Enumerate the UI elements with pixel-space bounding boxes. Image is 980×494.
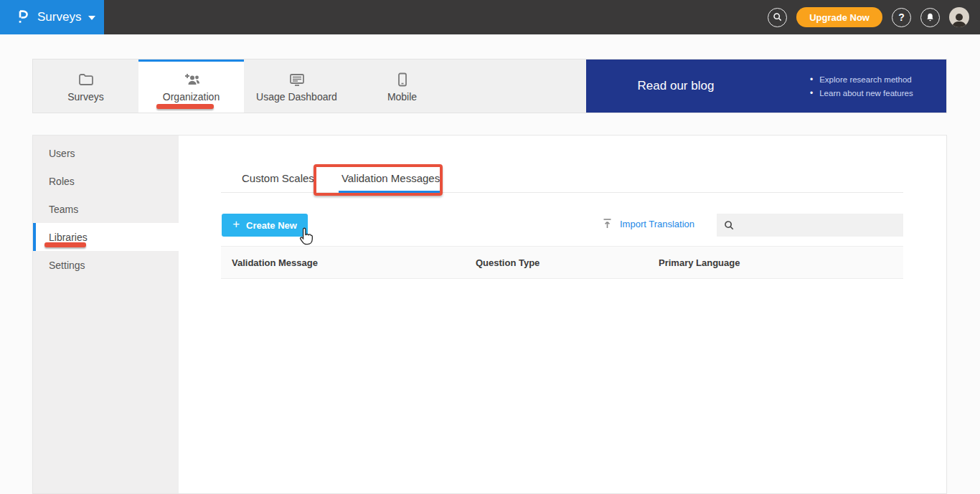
nav-tab-label: Surveys xyxy=(67,91,104,103)
mobile-icon xyxy=(397,72,407,87)
sidebar-item-settings[interactable]: Settings xyxy=(33,251,179,279)
column-header-primary-language[interactable]: Primary Language xyxy=(659,257,903,268)
blog-promo-title[interactable]: Read our blog xyxy=(586,79,765,93)
plus-icon: + xyxy=(232,217,240,232)
sidebar-item-users[interactable]: Users xyxy=(33,139,179,167)
blog-bullet: Explore research method xyxy=(810,75,913,85)
annotation-box-validation-messages xyxy=(314,164,443,196)
dashboard-icon xyxy=(289,72,305,87)
questionpro-logo-icon xyxy=(16,9,30,26)
product-menu-label: Surveys xyxy=(37,10,81,24)
blog-promo-bullets: Explore research method Learn about new … xyxy=(810,71,913,102)
chevron-down-icon xyxy=(88,16,95,20)
blog-promo-panel: Read our blog Explore research method Le… xyxy=(586,60,946,113)
annotation-underline-organization xyxy=(156,104,214,109)
product-switcher[interactable]: Surveys xyxy=(0,0,104,34)
notification-bell-icon xyxy=(925,12,935,22)
table-search[interactable] xyxy=(717,214,903,237)
main-panel: Users Roles Teams Libraries Settings Cus… xyxy=(32,135,947,494)
toolbar: + Create New Import Translation xyxy=(221,214,903,237)
upgrade-now-button[interactable]: Upgrade Now xyxy=(796,7,882,27)
nav-tab-surveys[interactable]: Surveys xyxy=(33,60,138,113)
create-new-button[interactable]: + Create New xyxy=(222,214,308,237)
create-new-label: Create New xyxy=(246,220,297,231)
column-header-validation-message[interactable]: Validation Message xyxy=(221,257,476,268)
sidebar-item-teams[interactable]: Teams xyxy=(33,195,179,223)
person-silhouette-icon xyxy=(951,11,968,27)
upload-icon xyxy=(602,218,613,229)
help-button[interactable]: ? xyxy=(892,8,911,27)
search-input[interactable] xyxy=(740,220,897,231)
user-avatar[interactable] xyxy=(949,7,969,27)
sidebar-item-roles[interactable]: Roles xyxy=(33,167,179,195)
nav-tab-label: Usage Dashboard xyxy=(256,91,337,103)
settings-sidebar: Users Roles Teams Libraries Settings xyxy=(33,136,179,493)
notifications-button[interactable] xyxy=(920,8,940,27)
topbar-actions: Upgrade Now ? xyxy=(768,7,980,27)
question-mark-icon: ? xyxy=(898,11,905,23)
import-translation-label: Import Translation xyxy=(620,219,694,229)
search-icon xyxy=(724,220,735,231)
annotation-underline-libraries xyxy=(44,242,86,247)
app-screen: Surveys Upgrade Now ? Surveys xyxy=(0,0,980,494)
folder-icon xyxy=(78,72,94,87)
nav-tab-label: Mobile xyxy=(387,91,417,103)
search-button[interactable] xyxy=(768,8,787,27)
nav-tab-label: Organization xyxy=(163,91,220,103)
nav-tab-usage-dashboard[interactable]: Usage Dashboard xyxy=(244,60,349,113)
top-bar: Surveys Upgrade Now ? xyxy=(0,0,980,34)
tab-custom-scales[interactable]: Custom Scales xyxy=(239,166,317,193)
table-header-row: Validation Message Question Type Primary… xyxy=(221,246,903,279)
blog-bullet: Learn about new features xyxy=(810,88,913,98)
add-people-icon xyxy=(182,72,201,87)
search-icon xyxy=(773,12,783,22)
column-header-question-type[interactable]: Question Type xyxy=(476,257,659,268)
import-translation-link[interactable]: Import Translation xyxy=(602,218,694,229)
nav-tab-mobile[interactable]: Mobile xyxy=(349,60,455,113)
